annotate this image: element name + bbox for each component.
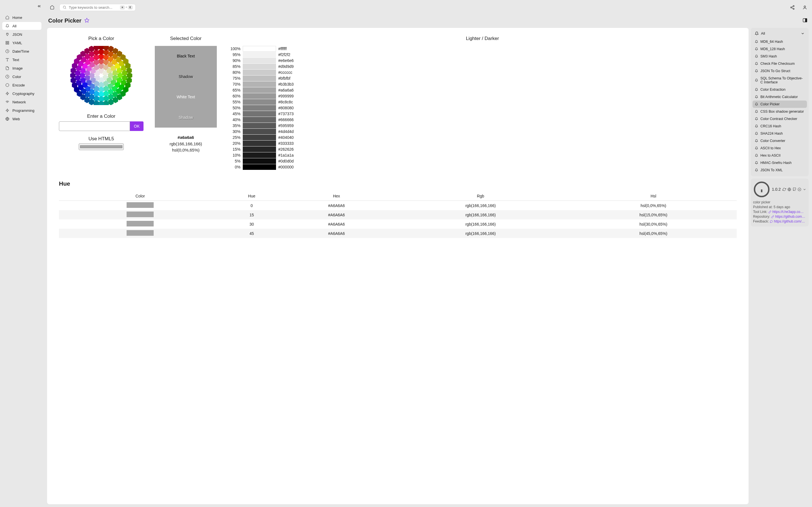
sidebar-item-network[interactable]: Network: [2, 98, 42, 106]
shade-row[interactable]: 20%#333333: [228, 140, 737, 146]
shade-hex: #000000: [278, 165, 294, 169]
tool-list-item[interactable]: Bit Arithmetic Calculator: [753, 93, 807, 101]
tool-list-item[interactable]: SQL Schema To Objective-C Interface: [753, 75, 807, 86]
selected-swatch: Black Text Shadow White Text Shadow: [155, 46, 217, 128]
globe-icon[interactable]: [788, 187, 791, 191]
shade-hex: #737373: [278, 112, 294, 116]
shade-row[interactable]: 0%#000000: [228, 164, 737, 170]
shade-swatch: [243, 129, 276, 134]
shade-row[interactable]: 75%#bfbfbf: [228, 75, 737, 81]
sidebar-item-cryptography[interactable]: Cryptography: [2, 90, 42, 98]
link-icon: [768, 210, 771, 214]
shade-swatch: [243, 147, 276, 152]
sidebar-item-image[interactable]: Image: [2, 64, 42, 72]
grid-icon: [5, 41, 10, 45]
github-icon[interactable]: [793, 187, 796, 191]
hue-row[interactable]: 30#A6A6A6rgb(166,166,166)hsl(30,0%,65%): [59, 219, 737, 229]
shade-row[interactable]: 65%#a6a6a6: [228, 87, 737, 93]
sidebar-item-datetime[interactable]: Date/Time: [2, 47, 42, 55]
shade-row[interactable]: 100%#ffffff: [228, 46, 737, 52]
hue-header: Hex: [282, 191, 391, 201]
tool-list-item[interactable]: SHA224 Hash: [753, 130, 807, 137]
toggle-panel-button[interactable]: [802, 18, 808, 24]
right-panel-category[interactable]: All: [753, 30, 807, 37]
tool-list-item[interactable]: Hex to ASCII: [753, 152, 807, 159]
feedback-link[interactable]: https://github.com/…: [774, 219, 805, 223]
sidebar-item-json[interactable]: JSON: [2, 31, 42, 38]
sidebar-item-home[interactable]: Home: [2, 13, 42, 21]
repo-link[interactable]: https://github.com…: [775, 215, 805, 219]
shade-row[interactable]: 90%#e6e6e6: [228, 58, 737, 63]
clock-icon: [5, 74, 10, 79]
shade-row[interactable]: 15%#262626: [228, 147, 737, 152]
profile-button[interactable]: [802, 4, 808, 10]
sidebar-item-label: JSON: [12, 33, 22, 37]
shade-percent: 65%: [228, 88, 241, 93]
tool-list-item[interactable]: Check File Checksum: [753, 60, 807, 67]
sidebar-item-encode[interactable]: Encode: [2, 81, 42, 89]
refresh-icon[interactable]: [782, 187, 786, 191]
shade-row[interactable]: 95%#f2f2f2: [228, 52, 737, 57]
tool-link[interactable]: https://t.he3app.co…: [772, 210, 804, 214]
tool-list-item[interactable]: Color Extraction: [753, 86, 807, 93]
shade-percent: 70%: [228, 82, 241, 87]
shade-row[interactable]: 25%#404040: [228, 135, 737, 140]
tool-list-label: JSON To Go Struct: [760, 69, 790, 73]
tool-list-item[interactable]: Color Picker: [753, 101, 807, 108]
shade-row[interactable]: 85%#d9d9d9: [228, 64, 737, 69]
hue-row[interactable]: 0#A6A6A6rgb(166,166,166)hsl(0,0%,65%): [59, 201, 737, 210]
info-icon: [753, 181, 770, 198]
sidebar-item-yaml[interactable]: YAML: [2, 39, 42, 47]
tool-list-item[interactable]: JSON To XML: [753, 166, 807, 174]
shade-row[interactable]: 35%#595959: [228, 123, 737, 128]
home-button[interactable]: [48, 3, 56, 11]
tool-list-item[interactable]: Color Contrast Checker: [753, 115, 807, 122]
search-input[interactable]: [69, 5, 118, 10]
shade-row[interactable]: 40%#666666: [228, 117, 737, 122]
tool-list-label: ASCII to Hex: [760, 146, 781, 150]
color-input[interactable]: [59, 121, 130, 131]
ok-button[interactable]: OK: [130, 121, 144, 131]
shade-row[interactable]: 5%#0d0d0d: [228, 158, 737, 164]
tool-list-item[interactable]: ASCII to Hex: [753, 145, 807, 152]
sidebar-item-programming[interactable]: Programming: [2, 107, 42, 114]
check-icon[interactable]: [798, 187, 801, 191]
tool-list-item[interactable]: JSON To Go Struct: [753, 67, 807, 75]
shade-row[interactable]: 30%#4d4d4d: [228, 129, 737, 134]
tool-meta-box: 1.0.2 color picker Published at: 5 days …: [751, 179, 809, 226]
hue-row[interactable]: 45#A6A6A6rgb(166,166,166)hsl(45,0%,65%): [59, 229, 737, 238]
shade-row[interactable]: 60%#999999: [228, 93, 737, 99]
search-kbd-hint: ⌘ + K: [120, 6, 133, 9]
shade-row[interactable]: 80%#cccccc: [228, 69, 737, 75]
tool-list-item[interactable]: MD6_64 Hash: [753, 38, 807, 45]
sidebar: HomeAllJSONYAMLDate/TimeTextImageColorEn…: [0, 0, 44, 507]
globe-icon: [5, 117, 10, 121]
sidebar-item-all[interactable]: All: [2, 22, 42, 30]
shade-row[interactable]: 45%#737373: [228, 111, 737, 117]
shade-row[interactable]: 55%#8c8c8c: [228, 99, 737, 105]
tool-list-item[interactable]: CSS Box shadow generator: [753, 108, 807, 115]
tool-list-item[interactable]: CRC16 Hash: [753, 122, 807, 130]
tool-name: color picker: [753, 200, 806, 204]
tool-list-item[interactable]: MD6_128 Hash: [753, 45, 807, 53]
hex-color-wheel[interactable]: [66, 46, 137, 105]
tool-list-item[interactable]: SM3 Hash: [753, 53, 807, 60]
sidebar-item-color[interactable]: Color: [2, 73, 42, 80]
shade-row[interactable]: 50%#808080: [228, 105, 737, 111]
favorite-button[interactable]: [84, 18, 89, 24]
sidebar-item-web[interactable]: Web: [2, 115, 42, 123]
search-box[interactable]: ⌘ + K: [59, 4, 136, 11]
collapse-sidebar-button[interactable]: [37, 4, 42, 9]
bell-icon: [755, 110, 758, 113]
shade-swatch: [243, 117, 276, 122]
hue-row[interactable]: 15#A6A6A6rgb(166,166,166)hsl(15,0%,65%): [59, 210, 737, 219]
shade-row[interactable]: 70%#b3b3b3: [228, 81, 737, 87]
tool-list-item[interactable]: Color Converter: [753, 137, 807, 145]
sidebar-item-text[interactable]: Text: [2, 56, 42, 64]
share-button[interactable]: [790, 4, 795, 10]
shade-row[interactable]: 10%#1a1a1a: [228, 152, 737, 158]
shade-swatch: [243, 81, 276, 87]
html5-color-input[interactable]: [79, 144, 124, 150]
shade-hex: #e6e6e6: [278, 58, 294, 63]
tool-list-item[interactable]: HMAC-Snefru Hash: [753, 159, 807, 166]
